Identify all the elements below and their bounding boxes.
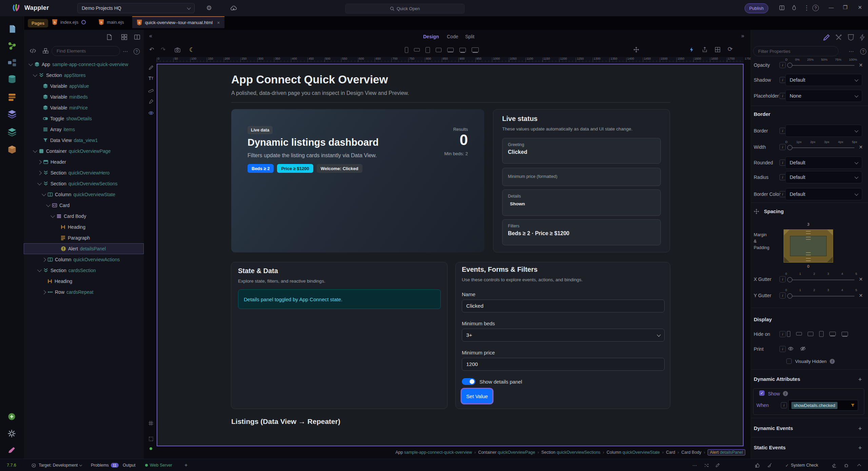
y-gutter-info-icon[interactable]: i (780, 292, 786, 299)
chevron-right-icon[interactable] (37, 171, 42, 175)
tv-device-icon[interactable] (472, 47, 479, 52)
x-gutter-clear-icon[interactable]: ✕ (859, 277, 863, 282)
hide-on-desktop-icon[interactable] (842, 332, 848, 336)
redo-icon[interactable]: ↷ (161, 47, 165, 53)
visually-hidden-info-icon[interactable]: i (830, 359, 835, 364)
broom-icon[interactable] (767, 459, 772, 471)
print-show-eye-icon[interactable] (788, 346, 794, 351)
border-color-info-icon[interactable]: i (780, 191, 786, 197)
tree-item-items[interactable]: Arrayitems (24, 124, 144, 135)
thumbs-up-icon[interactable] (755, 459, 760, 471)
tree-item-minbeds[interactable]: VariableminBeds (24, 91, 144, 102)
tab-close-icon[interactable]: × (217, 20, 220, 25)
output-button[interactable]: Output (123, 459, 136, 471)
show-info-icon[interactable]: i (783, 391, 788, 396)
window-restore-button[interactable]: ❐ (843, 4, 847, 11)
tree-item-heading[interactable]: Heading (24, 222, 144, 232)
chevron-down-icon[interactable] (46, 203, 51, 207)
tree-item-data-view1[interactable]: Data Viewdata_view1 (24, 135, 144, 146)
opacity-info-icon[interactable]: i (780, 62, 786, 68)
grid-toggle-icon[interactable] (147, 419, 155, 427)
dark-mode-moon-icon[interactable]: ☾ (189, 46, 195, 54)
radius-select[interactable]: Default (785, 171, 862, 183)
pages-panel-button[interactable]: Pages (28, 19, 48, 27)
cloud-sync-icon[interactable] (230, 5, 237, 12)
binding-funnel-icon[interactable] (851, 403, 855, 408)
chevron-up-icon[interactable] (858, 459, 861, 471)
edit-pencil-icon[interactable] (147, 64, 155, 71)
theme-panel-icon[interactable] (7, 446, 17, 455)
quick-open-search[interactable]: Quick Open (345, 4, 465, 14)
width-clear-icon[interactable]: ✕ (859, 144, 863, 150)
chevron-right-icon[interactable] (37, 160, 42, 164)
designed-page[interactable]: App Connect Quick Overview A polished, d… (157, 64, 744, 446)
layout-panels-icon[interactable] (779, 5, 785, 11)
panel-help-icon[interactable]: ? (860, 48, 866, 55)
page-properties-icon[interactable] (106, 34, 114, 41)
chevron-down-icon[interactable] (51, 213, 55, 218)
panel-more-icon[interactable]: ⋯ (849, 48, 854, 55)
tree-item-card[interactable]: Card (24, 200, 144, 211)
editor-tab[interactable]: 5main.ejs (94, 16, 129, 28)
collapse-right-panel-icon[interactable]: » (741, 33, 744, 39)
chevron-right-icon[interactable] (42, 258, 46, 262)
when-info-icon[interactable]: i (781, 402, 787, 408)
tree-item-appvalue[interactable]: VariableappValue (24, 81, 144, 91)
hide-on-info-icon[interactable]: i (780, 331, 786, 337)
eraser-icon[interactable] (831, 459, 837, 471)
breadcrumb-item[interactable]: Container quickOverviewPage (478, 450, 535, 455)
chevron-down-icon[interactable] (37, 181, 42, 185)
settings-gear-icon[interactable]: ⚙ (206, 5, 212, 11)
bug-debug-icon[interactable] (844, 459, 849, 471)
border-color-select[interactable]: Default (785, 188, 862, 200)
breadcrumb-item[interactable]: Card (666, 450, 675, 455)
tools-tab-icon[interactable] (835, 34, 843, 42)
show-checkbox[interactable]: ✓ (759, 390, 765, 396)
extensions-panel-icon[interactable] (7, 412, 17, 422)
mobile-landscape-device-icon[interactable] (414, 48, 420, 52)
tree-item-cardsrepeat[interactable]: RowcardsRepeat (24, 287, 144, 298)
components-panel-icon[interactable] (7, 109, 17, 119)
chevron-down-icon[interactable] (37, 268, 42, 272)
workflows-panel-icon[interactable] (7, 58, 17, 67)
breadcrumb-item[interactable]: Column quickOverviewState (607, 450, 660, 455)
chevron-down-icon[interactable] (42, 192, 46, 196)
tree-item-showdetails[interactable]: ToggleshowDetails (24, 113, 144, 124)
radius-info-icon[interactable]: i (780, 174, 786, 180)
blocks-stack-icon[interactable] (42, 47, 49, 54)
hide-on-tablet-icon[interactable] (819, 331, 824, 337)
opacity-slider[interactable] (788, 65, 854, 66)
tablet-landscape-device-icon[interactable] (436, 48, 441, 52)
dynamic-bolt-tab-icon[interactable] (859, 34, 867, 42)
publish-button[interactable]: Publish (745, 3, 768, 13)
breadcrumb-item[interactable]: App sample-app-connect-quick-overview (395, 450, 472, 455)
y-gutter-slider[interactable] (788, 296, 854, 296)
measure-ruler-icon[interactable] (147, 86, 155, 94)
grid-view-icon[interactable] (715, 47, 721, 53)
tab-split[interactable]: Split (465, 34, 474, 39)
add-target-button[interactable]: + (184, 459, 188, 471)
x-gutter-slider[interactable] (788, 280, 854, 280)
desktop-device-icon[interactable] (459, 48, 466, 52)
problems-button[interactable]: Problems 11 (91, 459, 119, 471)
minimum-price-input[interactable] (462, 358, 665, 371)
text-tool-icon[interactable]: TT (147, 75, 155, 82)
breadcrumb-item[interactable]: Alert detailsPanel (708, 449, 745, 455)
tab-design[interactable]: Design (423, 34, 439, 39)
hide-on-laptop-icon[interactable] (829, 332, 836, 336)
tree-item-cardssection[interactable]: SectioncardsSection (24, 265, 144, 276)
margin-padding-box-model[interactable] (784, 229, 833, 263)
border-info-icon[interactable]: i (780, 128, 786, 134)
help-icon[interactable]: ? (812, 5, 819, 11)
tree-item-header[interactable]: Header (24, 157, 144, 167)
breadcrumb-item[interactable]: Section quickOverviewSections (541, 450, 600, 455)
panel-help-icon[interactable]: ? (134, 48, 140, 55)
refresh-icon[interactable]: ⟳ (728, 46, 733, 52)
export-icon[interactable] (702, 47, 708, 53)
placeholder-info-icon[interactable]: i (780, 93, 786, 99)
server-connect-panel-icon[interactable] (7, 41, 17, 50)
chevron-down-icon[interactable] (33, 73, 37, 77)
eyedropper-icon[interactable] (147, 98, 155, 105)
shadow-select[interactable]: Default (785, 74, 862, 86)
laptop-device-icon[interactable] (447, 48, 454, 52)
